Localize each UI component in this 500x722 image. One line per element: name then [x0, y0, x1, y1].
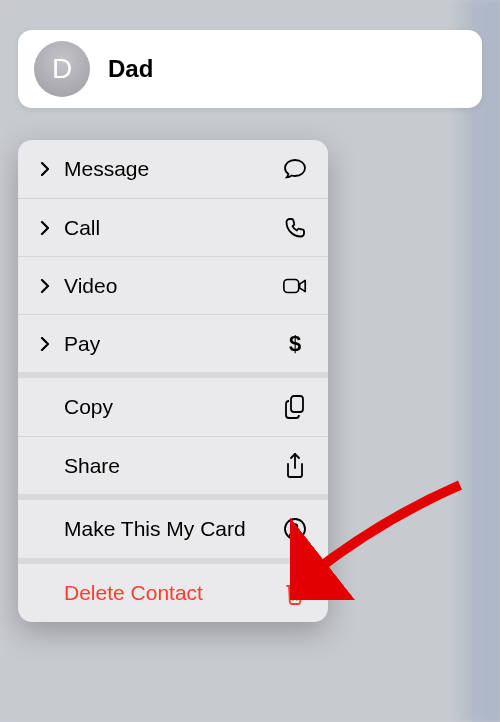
menu-item-call[interactable]: Call	[18, 198, 328, 256]
menu-item-label: Share	[64, 454, 282, 478]
menu-item-label: Video	[64, 274, 282, 298]
svg-rect-1	[291, 396, 303, 412]
context-menu: Message Call Video	[18, 140, 328, 622]
contact-card[interactable]: D Dad	[18, 30, 482, 108]
svg-point-3	[292, 523, 298, 529]
chevron-right-icon	[36, 337, 54, 351]
menu-item-label: Call	[64, 216, 282, 240]
chevron-right-icon	[36, 221, 54, 235]
avatar-letter: D	[52, 53, 72, 85]
avatar: D	[34, 41, 90, 97]
menu-item-copy[interactable]: Copy	[18, 378, 328, 436]
person-circle-icon	[282, 516, 308, 542]
menu-item-delete-contact[interactable]: Delete Contact	[18, 564, 328, 622]
chevron-right-icon	[36, 162, 54, 176]
menu-item-label: Pay	[64, 332, 282, 356]
menu-item-pay[interactable]: Pay $	[18, 314, 328, 372]
contact-name: Dad	[108, 55, 153, 83]
menu-group-actions: Message Call Video	[18, 140, 328, 372]
menu-item-make-my-card[interactable]: Make This My Card	[18, 500, 328, 558]
menu-item-video[interactable]: Video	[18, 256, 328, 314]
message-icon	[282, 156, 308, 182]
chevron-right-icon	[36, 279, 54, 293]
share-icon	[282, 453, 308, 479]
dollar-icon: $	[282, 331, 308, 357]
trash-icon	[282, 580, 308, 606]
menu-item-label: Make This My Card	[64, 517, 282, 541]
menu-group-copy-share: Copy Share	[18, 372, 328, 494]
copy-icon	[282, 394, 308, 420]
menu-group-card: Make This My Card	[18, 494, 328, 558]
menu-item-label: Message	[64, 157, 282, 181]
phone-icon	[282, 215, 308, 241]
svg-rect-0	[284, 279, 299, 292]
menu-item-share[interactable]: Share	[18, 436, 328, 494]
background-right-strip	[472, 0, 500, 722]
video-icon	[282, 273, 308, 299]
menu-item-message[interactable]: Message	[18, 140, 328, 198]
menu-item-label: Copy	[64, 395, 282, 419]
menu-item-label: Delete Contact	[64, 581, 282, 605]
menu-group-delete: Delete Contact	[18, 558, 328, 622]
